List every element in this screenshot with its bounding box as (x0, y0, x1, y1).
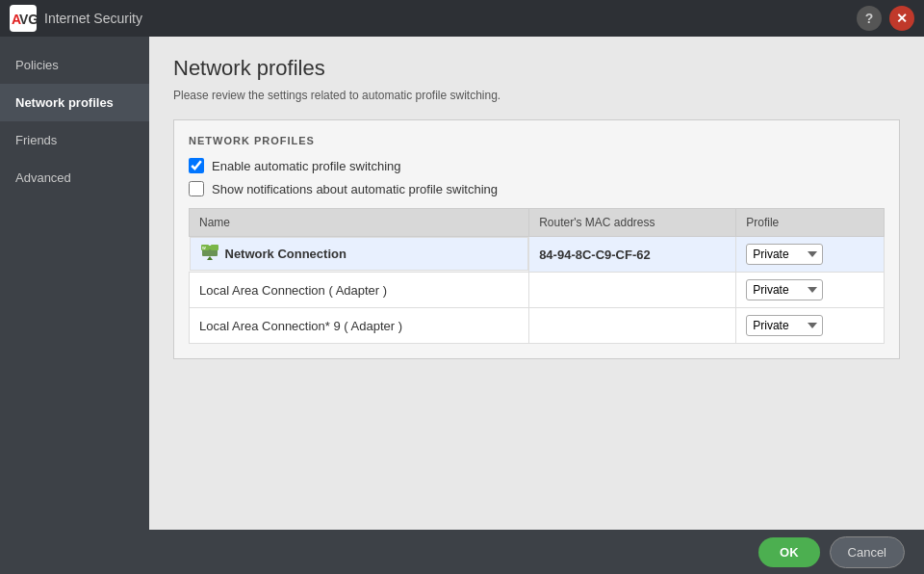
profiles-box: NETWORK PROFILES Enable automatic profil… (173, 119, 900, 359)
sidebar-item-network-profiles[interactable]: Network profiles (0, 84, 149, 121)
content-area: Network profiles Please review the setti… (149, 37, 924, 530)
profiles-table: Name Router's MAC address Profile W Netw… (189, 208, 885, 344)
auto-switch-label: Enable automatic profile switching (212, 159, 401, 173)
sidebar-item-policies[interactable]: Policies (0, 46, 149, 84)
show-notifications-row: Show notifications about automatic profi… (189, 181, 885, 196)
sidebar-item-advanced[interactable]: Advanced (0, 159, 149, 196)
sidebar: Policies Network profiles Friends Advanc… (0, 37, 149, 530)
cancel-button[interactable]: Cancel (830, 536, 905, 568)
help-button[interactable]: ? (857, 6, 882, 31)
svg-text:W: W (202, 246, 206, 250)
page-title: Network profiles (173, 56, 900, 81)
network-connection-icon: W (200, 245, 219, 263)
svg-marker-5 (207, 256, 213, 260)
cell-name: Local Area Connection ( Adapter ) (190, 273, 529, 308)
profile-select-row-0[interactable]: PrivatePublicTrusted (746, 244, 823, 265)
title-bar: A VG Internet Security ? ✕ (0, 0, 924, 37)
auto-switch-checkbox[interactable] (189, 158, 204, 173)
app-title: Internet Security (44, 11, 849, 26)
svg-text:VG: VG (19, 12, 37, 27)
col-name: Name (190, 209, 529, 237)
show-notifications-label: Show notifications about automatic profi… (212, 182, 498, 196)
cell-mac (529, 308, 736, 344)
section-label: NETWORK PROFILES (189, 135, 885, 146)
cell-mac (529, 273, 736, 308)
cell-mac: 84-94-8C-C9-CF-62 (529, 237, 736, 273)
page-subtitle: Please review the settings related to au… (173, 89, 900, 102)
table-row: Local Area Connection ( Adapter )Private… (190, 273, 885, 308)
profile-select-row-2[interactable]: PrivatePublicTrusted (746, 315, 823, 336)
cell-profile: PrivatePublicTrusted (736, 237, 885, 273)
col-profile: Profile (736, 209, 885, 237)
ok-button[interactable]: OK (758, 537, 820, 567)
sidebar-item-friends[interactable]: Friends (0, 121, 149, 159)
avg-logo: A VG (10, 5, 37, 32)
cell-name: W Network Connection (190, 237, 529, 271)
table-row: Local Area Connection* 9 ( Adapter )Priv… (190, 308, 885, 344)
main-layout: Policies Network profiles Friends Advanc… (0, 37, 924, 530)
show-notifications-checkbox[interactable] (189, 181, 204, 196)
profile-select-row-1[interactable]: PrivatePublicTrusted (746, 279, 823, 300)
table-row: W Network Connection84-94-8C-C9-CF-62Pri… (190, 237, 885, 273)
col-mac: Router's MAC address (529, 209, 736, 237)
cell-profile: PrivatePublicTrusted (736, 273, 885, 308)
table-header-row: Name Router's MAC address Profile (190, 209, 885, 237)
svg-rect-7 (211, 245, 218, 250)
cell-name: Local Area Connection* 9 ( Adapter ) (190, 308, 529, 344)
footer: OK Cancel (0, 530, 924, 574)
close-button[interactable]: ✕ (889, 6, 914, 31)
auto-switch-row: Enable automatic profile switching (189, 158, 885, 173)
cell-profile: PrivatePublicTrusted (736, 308, 885, 344)
